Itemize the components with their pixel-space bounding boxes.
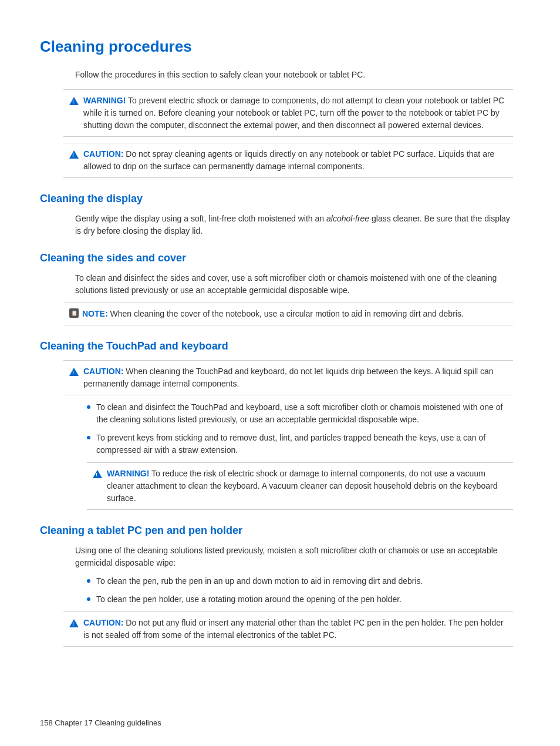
caution-label-pen: CAUTION: xyxy=(83,618,123,627)
warning-box-touchpad: WARNING! To reduce the risk of electric … xyxy=(87,462,513,510)
touchpad-bullet-list: To clean and disinfect the TouchPad and … xyxy=(87,401,513,456)
display-body: Gently wipe the display using a soft, li… xyxy=(75,213,513,237)
touchpad-bullet-2: To prevent keys from sticking and to rem… xyxy=(87,432,513,456)
caution-text-pen: Do not put any fluid or insert any mater… xyxy=(83,618,504,640)
caution-box-pen: CAUTION: Do not put any fluid or insert … xyxy=(63,611,513,647)
caution-triangle-icon-touchpad xyxy=(69,366,80,378)
note-document-icon: 📋 xyxy=(69,308,79,318)
touchpad-bullet-1: To clean and disinfect the TouchPad and … xyxy=(87,401,513,426)
caution-box-1: CAUTION: Do not spray cleaning agents or… xyxy=(63,143,513,178)
caution-triangle-icon-1 xyxy=(69,149,80,161)
section-heading-touchpad: Cleaning the TouchPad and keyboard xyxy=(40,338,513,354)
caution-content-1: CAUTION: Do not spray cleaning agents or… xyxy=(83,148,507,173)
note-text-sides: When cleaning the cover of the notebook,… xyxy=(110,309,463,318)
caution-text-1: Do not spray cleaning agents or liquids … xyxy=(83,149,494,171)
warning-box-1: WARNING! To prevent electric shock or da… xyxy=(63,89,513,137)
bullet-dot-2 xyxy=(87,436,90,439)
section-heading-display: Cleaning the display xyxy=(40,191,513,207)
warning-content-1: WARNING! To prevent electric shock or da… xyxy=(83,95,507,132)
intro-text: Follow the procedures in this section to… xyxy=(75,69,513,81)
caution-label-1: CAUTION: xyxy=(83,149,123,159)
touchpad-bullet-text-1: To clean and disinfect the TouchPad and … xyxy=(96,401,513,426)
caution-text-touchpad: When cleaning the TouchPad and keyboard,… xyxy=(83,367,494,388)
pen-bullet-dot-2 xyxy=(87,597,90,601)
pen-bullet-1: To clean the pen, rub the pen in an up a… xyxy=(87,575,513,587)
pen-bullet-dot-1 xyxy=(87,579,90,583)
bullet-dot-1 xyxy=(87,405,90,409)
warning-text-1: To prevent electric shock or damage to c… xyxy=(83,96,504,130)
page-footer: 158 Chapter 17 Cleaning guidelines xyxy=(40,717,161,729)
touchpad-bullet-text-2: To prevent keys from sticking and to rem… xyxy=(96,432,513,456)
italic-alcohol-free: alcohol-free xyxy=(326,214,369,223)
pen-bullet-text-2: To clean the pen holder, use a rotating … xyxy=(96,593,402,606)
caution-content-pen: CAUTION: Do not put any fluid or insert … xyxy=(83,617,507,641)
pen-bullet-text-1: To clean the pen, rub the pen in an up a… xyxy=(96,575,423,587)
warning-label-1: WARNING! xyxy=(83,96,126,105)
pen-bullet-2: To clean the pen holder, use a rotating … xyxy=(87,593,513,606)
warning-content-touchpad: WARNING! To reduce the risk of electric … xyxy=(107,468,507,505)
warning-triangle-icon xyxy=(69,95,80,107)
warning-text-touchpad: To reduce the risk of electric shock or … xyxy=(107,469,497,503)
caution-box-touchpad: CAUTION: When cleaning the TouchPad and … xyxy=(63,360,513,395)
warning-triangle-icon-touchpad xyxy=(93,468,103,480)
note-box-sides: 📋 NOTE: When cleaning the cover of the n… xyxy=(63,303,513,325)
sides-body: To clean and disinfect the sides and cov… xyxy=(75,272,513,297)
warning-label-touchpad: WARNING! xyxy=(107,469,149,478)
caution-label-touchpad: CAUTION: xyxy=(83,367,123,376)
caution-content-touchpad: CAUTION: When cleaning the TouchPad and … xyxy=(83,365,507,390)
caution-triangle-icon-pen xyxy=(69,617,80,630)
section-heading-sides: Cleaning the sides and cover xyxy=(40,250,513,266)
pen-intro-text: Using one of the cleaning solutions list… xyxy=(75,545,513,569)
page-title: Cleaning procedures xyxy=(40,35,513,58)
note-content-sides: NOTE: When cleaning the cover of the not… xyxy=(82,308,507,320)
note-label-sides: NOTE: xyxy=(82,309,108,318)
section-heading-pen: Cleaning a tablet PC pen and pen holder xyxy=(40,523,513,539)
pen-bullet-list: To clean the pen, rub the pen in an up a… xyxy=(87,575,513,606)
